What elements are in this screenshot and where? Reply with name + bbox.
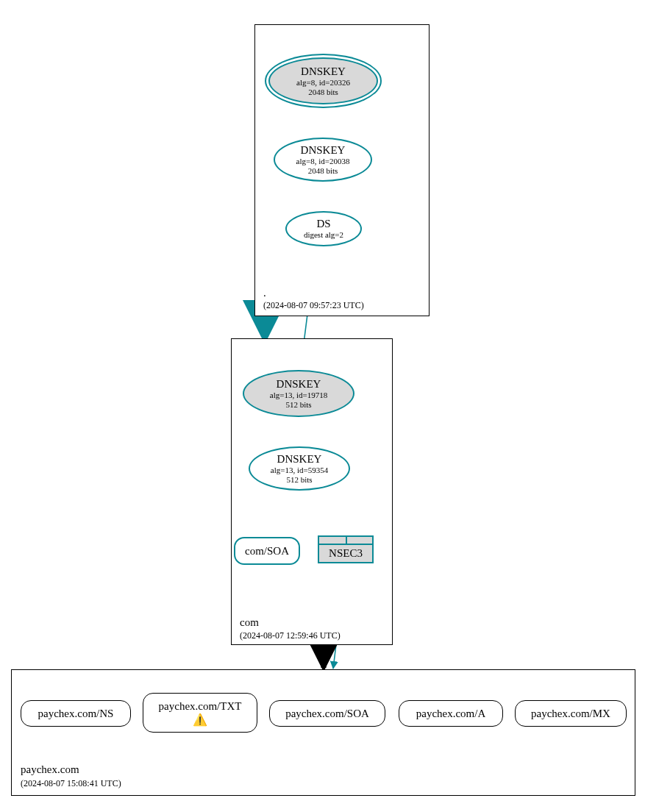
paychex-a-node: paychex.com/A xyxy=(399,700,503,727)
zone-paychex xyxy=(11,669,635,796)
paychex-soa-node: paychex.com/SOA xyxy=(269,700,385,727)
com-ksk-bits: 512 bits xyxy=(285,400,311,410)
com-zsk-alg: alg=13, id=59354 xyxy=(271,466,328,475)
root-zsk-bits: 2048 bits xyxy=(308,166,338,176)
com-zsk-node: DNSKEY alg=13, id=59354 512 bits xyxy=(249,446,350,491)
paychex-txt-node: paychex.com/TXT ⚠️ xyxy=(143,693,257,733)
paychex-a-label: paychex.com/A xyxy=(416,707,486,720)
root-ds-node: DS digest alg=2 xyxy=(285,211,362,246)
zone-paychex-label: paychex.com xyxy=(21,763,79,776)
com-ksk-alg: alg=13, id=19718 xyxy=(270,391,327,400)
root-ksk-node: DNSKEY alg=8, id=20326 2048 bits xyxy=(268,57,378,104)
paychex-ns-label: paychex.com/NS xyxy=(38,707,114,720)
paychex-ns-node: paychex.com/NS xyxy=(21,700,131,727)
root-zsk-alg: alg=8, id=20038 xyxy=(296,157,350,166)
root-ds-title: DS xyxy=(316,218,330,230)
warning-icon: ⚠️ xyxy=(193,714,207,726)
root-zsk-title: DNSKEY xyxy=(301,144,346,157)
paychex-txt-label: paychex.com/TXT xyxy=(159,699,242,713)
paychex-mx-label: paychex.com/MX xyxy=(531,707,610,720)
com-soa-node: com/SOA xyxy=(234,537,300,565)
paychex-soa-label: paychex.com/SOA xyxy=(285,707,369,720)
root-ds-alg: digest alg=2 xyxy=(304,230,343,240)
com-soa-label: com/SOA xyxy=(245,545,289,558)
com-zsk-title: DNSKEY xyxy=(277,453,322,466)
zone-com-label: com xyxy=(240,616,259,629)
com-ksk-node: DNSKEY alg=13, id=19718 512 bits xyxy=(243,370,354,417)
zone-paychex-timestamp: (2024-08-07 15:08:41 UTC) xyxy=(21,778,121,789)
zone-root-label: . xyxy=(263,287,266,299)
paychex-mx-node: paychex.com/MX xyxy=(515,700,627,727)
root-zsk-node: DNSKEY alg=8, id=20038 2048 bits xyxy=(274,138,372,182)
root-ksk-alg: alg=8, id=20326 xyxy=(296,78,350,88)
root-ksk-title: DNSKEY xyxy=(301,65,346,78)
com-ksk-title: DNSKEY xyxy=(277,378,321,391)
com-nsec3-label: NSEC3 xyxy=(329,547,363,560)
com-nsec3-node: NSEC3 xyxy=(318,535,374,563)
com-zsk-bits: 512 bits xyxy=(286,475,312,485)
zone-com-timestamp: (2024-08-07 12:59:46 UTC) xyxy=(240,630,341,641)
zone-root-timestamp: (2024-08-07 09:57:23 UTC) xyxy=(263,300,364,311)
root-ksk-bits: 2048 bits xyxy=(308,88,338,97)
